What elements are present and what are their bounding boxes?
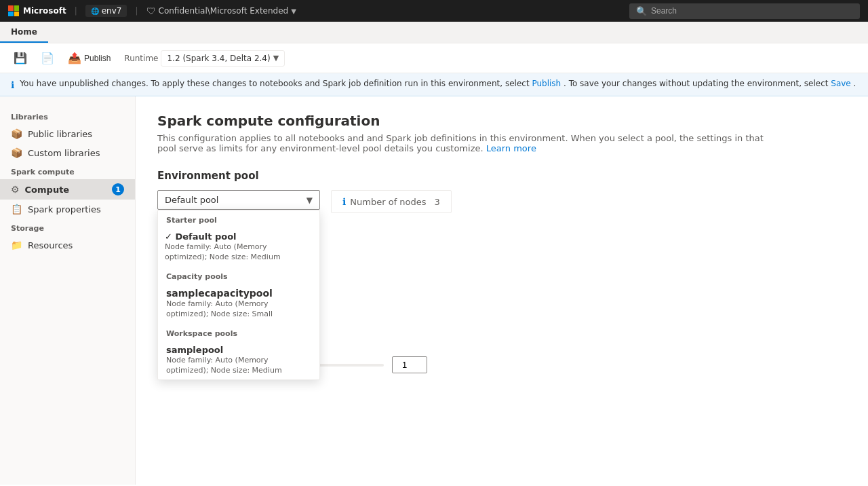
info-icon: ℹ — [11, 79, 14, 90]
sidebar-item-public-libraries[interactable]: 📦 Public libraries — [0, 124, 135, 143]
publish-button[interactable]: 📤 Publish — [62, 49, 116, 67]
compute-badge: 1 — [112, 183, 124, 195]
pool-dropdown-menu: Starter pool Default pool Node family: A… — [157, 210, 320, 380]
sidebar-item-compute-label: Compute — [25, 185, 70, 195]
banner-msg-end: . — [854, 79, 856, 88]
ms-sq-yellow — [14, 12, 20, 17]
separator: | — [75, 6, 77, 16]
libraries-section-label: Libraries — [0, 107, 135, 124]
pool-item-capacity[interactable]: samplecapacitypool Node family: Auto (Me… — [158, 284, 319, 324]
sidebar-item-custom-libraries-label: Custom libraries — [28, 148, 100, 158]
page-description: This configuration applies to all notebo… — [157, 133, 768, 153]
starter-pool-group-label: Starter pool — [158, 210, 319, 227]
executor-max-input[interactable] — [392, 356, 427, 373]
learn-more-link[interactable]: Learn more — [486, 143, 536, 153]
banner-msg-mid: . To save your changes without updating … — [564, 79, 831, 88]
search-bar[interactable]: 🔍 — [629, 3, 860, 19]
search-input[interactable] — [651, 6, 853, 16]
resources-icon: 📁 — [11, 240, 22, 250]
sidebar-item-public-libraries-label: Public libraries — [28, 129, 92, 139]
custom-libraries-icon: 📦 — [11, 147, 22, 158]
publish-icon: 📤 — [68, 52, 81, 64]
banner-publish-link[interactable]: Publish — [532, 79, 561, 88]
confidential-label: Confidential\Microsoft Extended — [159, 6, 289, 16]
capacity-pool-name: samplecapacitypool — [166, 288, 311, 299]
pool-dropdown-trigger[interactable]: Default pool ▼ — [157, 190, 320, 210]
pool-chevron-icon: ▼ — [307, 195, 313, 205]
sidebar-item-resources-label: Resources — [28, 240, 73, 250]
ms-sq-blue — [8, 12, 14, 17]
compute-icon: ⚙ — [11, 184, 20, 195]
shield-icon: 🛡 — [146, 5, 156, 16]
workspace-pool-desc: Node family: Auto (Memory optimized); No… — [166, 355, 311, 376]
home-bar: Home — [0, 22, 868, 43]
home-tab[interactable]: Home — [0, 22, 48, 43]
banner-text: You have unpublished changes. To apply t… — [20, 79, 856, 88]
sidebar-item-spark-properties[interactable]: 📋 Spark properties — [0, 200, 135, 219]
runtime-value: 1.2 (Spark 3.4, Delta 2.4) — [167, 54, 270, 63]
main-layout: Libraries 📦 Public libraries 📦 Custom li… — [0, 96, 868, 485]
ms-logo-text: Microsoft — [23, 6, 66, 16]
capacity-pool-desc: Node family: Auto (Memory optimized); No… — [166, 299, 311, 320]
spark-compute-section-label: Spark compute — [0, 162, 135, 179]
content-area: Spark compute configuration This configu… — [136, 96, 868, 485]
workspace-pool-group-label: Workspace pools — [158, 324, 319, 341]
file-icon: 📄 — [41, 52, 54, 64]
sidebar: Libraries 📦 Public libraries 📦 Custom li… — [0, 96, 136, 485]
public-libraries-icon: 📦 — [11, 128, 22, 139]
ms-logo: Microsoft — [8, 5, 66, 16]
nodes-label: Number of nodes — [350, 197, 426, 207]
capacity-pool-group-label: Capacity pools — [158, 267, 319, 284]
env-badge: 🌐 env7 — [85, 5, 127, 17]
save-icon: 💾 — [14, 52, 27, 64]
sidebar-item-spark-properties-label: Spark properties — [28, 204, 101, 214]
sidebar-item-custom-libraries[interactable]: 📦 Custom libraries — [0, 143, 135, 162]
sidebar-item-resources[interactable]: 📁 Resources — [0, 236, 135, 255]
sidebar-item-compute[interactable]: ⚙ Compute 1 — [0, 179, 135, 200]
save-button[interactable]: 💾 — [8, 49, 33, 67]
env-pool-section-title: Environment pool — [157, 170, 846, 182]
spark-properties-icon: 📋 — [11, 204, 22, 214]
banner-save-link[interactable]: Save — [831, 79, 850, 88]
pool-dropdown-value: Default pool — [165, 195, 218, 205]
env-icon: 🌐 — [91, 7, 99, 15]
ms-sq-green — [14, 5, 20, 11]
env-name: env7 — [102, 6, 122, 16]
search-icon: 🔍 — [636, 6, 647, 16]
sep2: | — [135, 6, 138, 16]
pool-dropdown-container: Default pool ▼ Starter pool Default pool… — [157, 190, 320, 210]
runtime-dropdown[interactable]: 1.2 (Spark 3.4, Delta 2.4) ▼ — [161, 50, 285, 67]
page-title: Spark compute configuration — [157, 113, 846, 129]
runtime-label: Runtime — [124, 54, 158, 63]
default-pool-name: Default pool — [165, 231, 311, 242]
confidential-badge[interactable]: 🛡 Confidential\Microsoft Extended ▼ — [146, 5, 296, 16]
pool-item-default-pool[interactable]: Default pool Node family: Auto (Memory o… — [158, 227, 319, 267]
default-pool-desc: Node family: Auto (Memory optimized); No… — [165, 242, 311, 263]
publish-label: Publish — [84, 54, 111, 63]
nodes-info-box: ℹ Number of nodes 3 — [331, 190, 452, 213]
top-bar: Microsoft | 🌐 env7 | 🛡 Confidential\Micr… — [0, 0, 868, 22]
nodes-info-icon[interactable]: ℹ — [342, 196, 346, 207]
workspace-pool-name: samplepool — [166, 345, 311, 355]
runtime-chevron-icon: ▼ — [273, 54, 279, 62]
confidential-chevron-icon: ▼ — [291, 7, 296, 15]
info-banner: ℹ You have unpublished changes. To apply… — [0, 73, 868, 96]
nodes-value: 3 — [435, 197, 440, 207]
banner-msg-before: You have unpublished changes. To apply t… — [20, 79, 532, 88]
page-desc-text: This configuration applies to all notebo… — [157, 133, 764, 153]
pool-item-workspace[interactable]: samplepool Node family: Auto (Memory opt… — [158, 341, 319, 380]
save-alt-button[interactable]: 📄 — [35, 49, 60, 67]
toolbar: 💾 📄 📤 Publish Runtime 1.2 (Spark 3.4, De… — [0, 43, 868, 73]
ms-logo-squares — [8, 5, 19, 16]
ms-sq-red — [8, 5, 14, 11]
storage-section-label: Storage — [0, 219, 135, 236]
